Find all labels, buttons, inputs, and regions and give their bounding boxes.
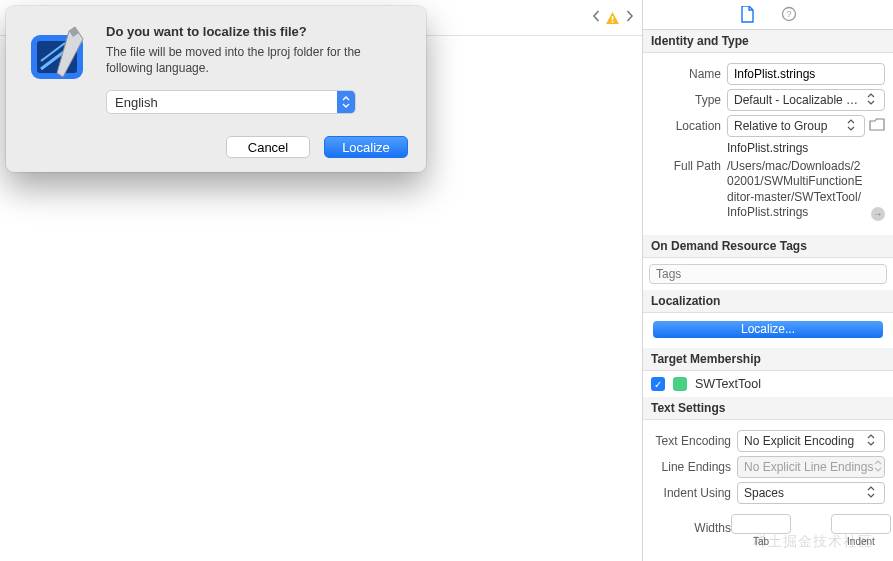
type-value: Default - Localizable Strin… <box>734 93 866 107</box>
stepper-icon <box>866 431 880 451</box>
language-select[interactable]: English <box>106 90 356 114</box>
encoding-select[interactable]: No Explicit Encoding <box>737 430 885 452</box>
help-inspector-tab-icon[interactable]: ? <box>781 6 797 22</box>
identity-section-header: Identity and Type <box>643 30 893 53</box>
name-field[interactable] <box>727 63 885 85</box>
fullpath-label: Full Path <box>651 159 721 173</box>
indent-width-field[interactable] <box>831 514 891 534</box>
stepper-icon <box>866 90 880 110</box>
dialog-title: Do you want to localize this file? <box>106 24 408 39</box>
svg-rect-0 <box>612 16 614 20</box>
text-section-header: Text Settings <box>643 397 893 420</box>
file-inspector-tab-icon[interactable] <box>739 6 755 22</box>
language-value: English <box>115 95 158 110</box>
encoding-label: Text Encoding <box>651 434 731 448</box>
tags-field[interactable] <box>649 264 887 284</box>
name-label: Name <box>651 67 721 81</box>
dropdown-icon <box>337 90 355 114</box>
target-section-header: Target Membership <box>643 348 893 371</box>
type-select[interactable]: Default - Localizable Strin… <box>727 89 885 111</box>
reveal-in-finder-icon[interactable]: → <box>871 207 885 221</box>
location-value: Relative to Group <box>734 119 827 133</box>
inspector-panel: ? Identity and Type Name Type Default - … <box>642 0 893 561</box>
type-label: Type <box>651 93 721 107</box>
tab-width-field[interactable] <box>731 514 791 534</box>
location-select[interactable]: Relative to Group <box>727 115 865 137</box>
nav-forward-icon[interactable] <box>622 10 636 25</box>
app-icon <box>673 377 687 391</box>
localize-dialog: Do you want to localize this file? The f… <box>6 6 426 172</box>
lineendings-label: Line Endings <box>651 460 731 474</box>
svg-text:?: ? <box>786 10 791 20</box>
localization-section-header: Localization <box>643 290 893 313</box>
cancel-button[interactable]: Cancel <box>226 136 310 158</box>
confirm-localize-button[interactable]: Localize <box>324 136 408 158</box>
folder-icon[interactable] <box>869 118 885 134</box>
indent-label: Indent Using <box>651 486 731 500</box>
stepper-icon <box>866 483 880 503</box>
indent-select[interactable]: Spaces <box>737 482 885 504</box>
stepper-icon <box>846 116 860 136</box>
inspector-tab-bar: ? <box>643 0 893 30</box>
fullpath-value: /Users/mac/Downloads/202001/SWMultiFunct… <box>727 159 863 221</box>
lineendings-select[interactable]: No Explicit Line Endings <box>737 456 885 478</box>
target-name: SWTextTool <box>695 377 761 391</box>
target-row: ✓ SWTextTool <box>643 371 893 397</box>
svg-rect-1 <box>612 21 614 23</box>
location-file: InfoPlist.strings <box>727 141 885 155</box>
tab-width-label: Tab <box>753 536 769 547</box>
xcode-app-icon <box>24 24 90 90</box>
warning-icon[interactable] <box>605 11 620 25</box>
tags-section-header: On Demand Resource Tags <box>643 235 893 258</box>
nav-back-icon[interactable] <box>589 10 603 25</box>
location-label: Location <box>651 119 721 133</box>
target-checkbox[interactable]: ✓ <box>651 377 665 391</box>
localize-button[interactable]: Localize... <box>653 321 883 338</box>
widths-label: Widths <box>651 521 731 535</box>
indent-width-label: Indent <box>847 536 875 547</box>
dialog-description: The file will be moved into the lproj fo… <box>106 44 408 76</box>
stepper-icon <box>873 457 885 477</box>
